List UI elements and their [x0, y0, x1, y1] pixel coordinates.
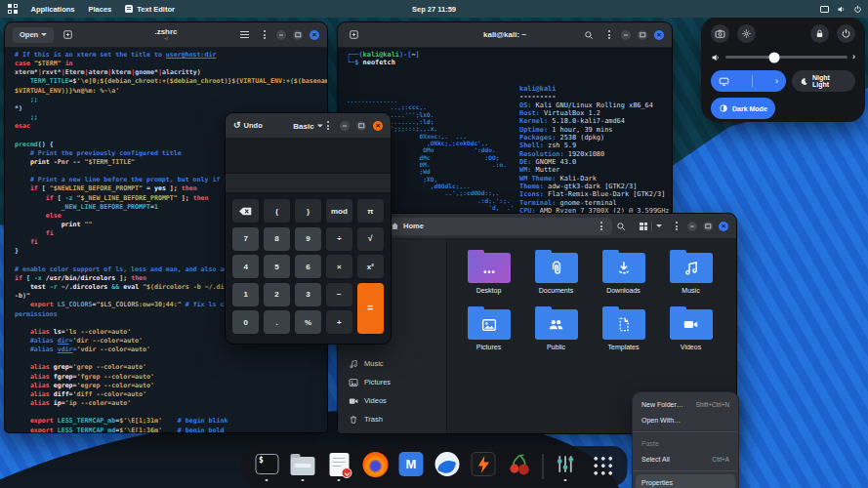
close-button[interactable] — [373, 121, 383, 131]
calc-key-backspace[interactable] — [232, 199, 259, 223]
folder-public[interactable]: Public — [522, 304, 590, 350]
folder-downloads[interactable]: Downloads — [590, 247, 657, 294]
menu-item-select-all[interactable]: Select AllCtrl+A — [633, 452, 738, 468]
calc-key-6[interactable]: 6 — [295, 255, 321, 278]
dock-item-burpsuite[interactable] — [470, 451, 497, 481]
calc-key-×[interactable]: × — [326, 255, 352, 278]
volume-slider[interactable]: › — [711, 51, 855, 63]
menu-item-new-folder[interactable]: New Folder…Shift+Ctrl+N — [633, 396, 738, 413]
sidebar-item-videos[interactable]: Videos — [338, 391, 446, 410]
clock[interactable]: Sep 27 11:59 — [412, 5, 456, 14]
calc-key-1[interactable]: 1 — [232, 283, 259, 306]
calc-key-5[interactable]: 5 — [264, 255, 290, 278]
calc-key-÷[interactable]: ÷ — [326, 227, 352, 251]
files-grid: DesktopDocumentsDownloadsMusicPicturesPu… — [455, 247, 724, 350]
calc-key-=[interactable]: = — [357, 283, 384, 335]
focused-app-menu[interactable]: Text Editor — [125, 5, 175, 14]
sidebar-item-pictures[interactable]: Pictures — [338, 373, 446, 391]
workspaces-icon[interactable] — [8, 4, 18, 14]
dock-item-cherrytree[interactable] — [506, 451, 533, 481]
calculator-entry-bar[interactable] — [226, 174, 391, 193]
chevron-right-icon[interactable]: › — [852, 53, 855, 61]
calc-key-√[interactable]: √ — [357, 227, 384, 251]
calc-key-9[interactable]: 9 — [295, 227, 321, 251]
folder-music[interactable]: Music — [657, 247, 724, 294]
dock-item-files[interactable] — [289, 451, 316, 481]
calc-key-+[interactable]: + — [326, 310, 352, 334]
hamburger-menu-icon[interactable] — [236, 31, 253, 39]
maximize-button[interactable] — [638, 30, 647, 40]
calc-key-([interactable]: ( — [264, 199, 290, 223]
maximize-button[interactable] — [356, 121, 366, 131]
calc-key-%[interactable]: % — [295, 310, 321, 334]
new-terminal-tab-icon[interactable] — [345, 29, 363, 40]
maximize-button[interactable] — [703, 222, 713, 231]
open-button[interactable]: Open — [13, 27, 54, 43]
volume-track[interactable] — [725, 56, 847, 60]
code-line: TERM_TITLE=$'\e]0;${debian_chroot:+($deb… — [15, 77, 327, 86]
settings-button[interactable] — [737, 24, 756, 43]
folder-desktop[interactable]: Desktop — [455, 247, 522, 294]
calc-key-mod[interactable]: mod — [326, 199, 352, 223]
volume-knob[interactable] — [769, 52, 780, 62]
lock-button[interactable] — [810, 24, 829, 43]
kebab-menu-icon[interactable] — [604, 30, 614, 39]
dark-mode-toggle[interactable]: Dark Mode — [711, 98, 775, 119]
dock-item-firefox[interactable] — [361, 451, 389, 481]
calc-key-x²[interactable]: x² — [357, 255, 384, 278]
places-menu[interactable]: Places — [89, 5, 112, 14]
close-button[interactable] — [310, 30, 319, 40]
calculator-display[interactable] — [226, 139, 391, 174]
kebab-menu-icon[interactable] — [323, 121, 333, 130]
maximize-button[interactable] — [293, 30, 303, 40]
screenshot-button[interactable] — [711, 24, 729, 43]
calc-key-2[interactable]: 2 — [264, 283, 290, 306]
folder-pictures[interactable]: Pictures — [455, 304, 522, 350]
new-tab-icon[interactable] — [59, 29, 77, 40]
kebab-menu-icon[interactable] — [672, 222, 682, 230]
path-bar[interactable]: Home — [385, 218, 612, 235]
search-icon[interactable] — [580, 30, 598, 40]
night-light-toggle[interactable]: Night Light — [792, 70, 855, 92]
calc-key-7[interactable]: 7 — [232, 227, 259, 251]
undo-button[interactable]: ↺ Undo — [233, 121, 263, 130]
folder-documents[interactable]: Documents — [522, 247, 590, 294]
kebab-menu-icon[interactable] — [260, 30, 269, 39]
dock-item-metasploit[interactable]: M — [397, 451, 425, 481]
calc-key-.[interactable]: . — [264, 310, 290, 334]
applications-menu[interactable]: Applications — [31, 5, 75, 14]
dock-item-wireshark[interactable] — [434, 451, 461, 481]
path-kebab-icon[interactable] — [597, 222, 606, 230]
calc-key-4[interactable]: 4 — [232, 255, 259, 278]
calc-key-3[interactable]: 3 — [295, 283, 321, 306]
menu-item-open-with[interactable]: Open With… — [633, 413, 738, 429]
calc-key-)[interactable]: ) — [295, 199, 321, 223]
volume-indicator-icon[interactable] — [837, 5, 846, 14]
close-button[interactable] — [654, 30, 664, 40]
sidebar-item-music[interactable]: Music — [338, 354, 446, 373]
mode-selector[interactable]: Basic — [293, 121, 322, 130]
power-button[interactable] — [837, 24, 855, 43]
minimize-button[interactable] — [276, 30, 286, 40]
dock-item-terminal[interactable]: $ — [253, 451, 280, 481]
search-icon[interactable] — [612, 222, 630, 231]
screen-toggle[interactable]: › — [711, 70, 786, 92]
calc-key-0[interactable]: 0 — [232, 310, 259, 334]
minimize-button[interactable] — [621, 30, 631, 40]
dock-item-text-editor[interactable] — [325, 451, 352, 481]
view-toggle[interactable] — [636, 222, 666, 231]
calc-key-π[interactable]: π — [357, 199, 384, 223]
power-indicator-icon[interactable] — [853, 5, 862, 14]
menu-item-properties[interactable]: Properties — [636, 474, 735, 488]
display-indicator-icon[interactable] — [820, 6, 829, 13]
sidebar-item-trash[interactable]: Trash — [338, 410, 446, 428]
close-button[interactable] — [719, 222, 728, 231]
folder-templates[interactable]: Templates — [590, 304, 657, 350]
calc-key-8[interactable]: 8 — [264, 227, 290, 251]
dock-item-app-grid[interactable] — [588, 451, 615, 481]
minimize-button[interactable] — [687, 222, 697, 231]
folder-videos[interactable]: Videos — [657, 304, 724, 350]
minimize-button[interactable] — [340, 121, 350, 131]
dock-item-tweaks[interactable] — [552, 451, 579, 481]
calc-key-−[interactable]: − — [326, 283, 352, 306]
